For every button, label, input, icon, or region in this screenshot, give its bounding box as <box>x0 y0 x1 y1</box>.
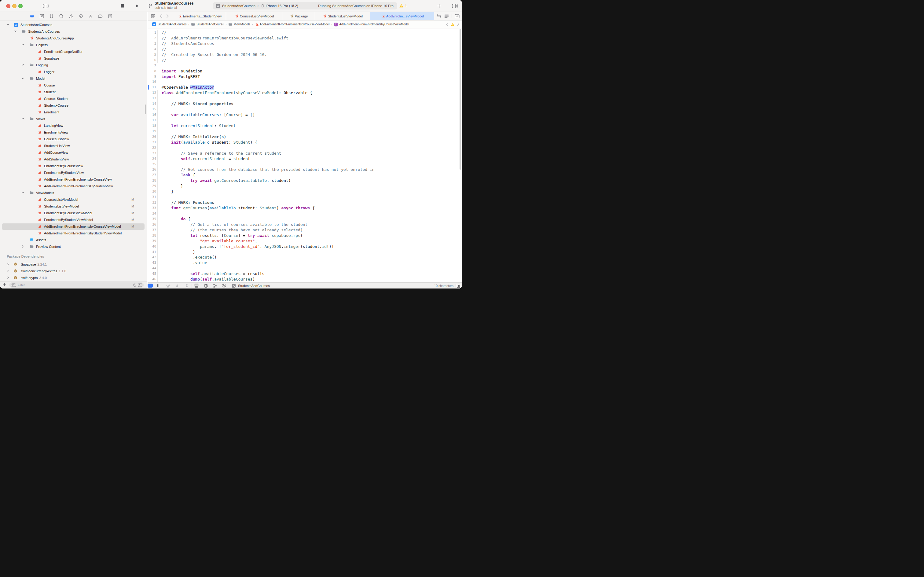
line-number[interactable]: 20 <box>148 134 156 140</box>
tree-item-studentsandcourses[interactable]: StudentsAndCourses <box>2 22 145 28</box>
tree-item-enrollmentchangenotifier[interactable]: EnrollmentChangeNotifier <box>2 48 145 55</box>
tree-item-student[interactable]: Student <box>2 89 145 95</box>
add-tab-button[interactable] <box>437 0 441 11</box>
chevron-right-icon[interactable] <box>7 276 10 279</box>
chevron-down-icon[interactable] <box>21 191 24 194</box>
line-number[interactable]: 8 <box>148 68 156 74</box>
zoom-window-button[interactable] <box>18 4 23 8</box>
line-number[interactable]: 27 <box>148 172 156 178</box>
breadcrumb-item[interactable]: CAddEnrolmentFromEnrolmentsbyCourseViewM… <box>334 22 409 27</box>
scheme-target[interactable]: StudentsAndCourses <box>222 4 256 8</box>
line-number[interactable]: 24 <box>148 156 156 162</box>
line-number[interactable]: 38 <box>148 233 156 239</box>
filter-field[interactable]: Filter <box>9 282 144 288</box>
tree-item-supabase[interactable]: Supabase <box>2 55 145 62</box>
line-number[interactable]: 9 <box>148 74 156 79</box>
reports-navigator-icon[interactable] <box>108 13 113 19</box>
tree-item-logger[interactable]: Logger <box>2 69 145 75</box>
source-control-navigator-icon[interactable] <box>39 13 44 19</box>
line-number[interactable]: 5 <box>148 52 156 58</box>
tree-item-enrolmentsbystudentview[interactable]: EnrolmentsByStudentView <box>2 169 145 176</box>
forward-button[interactable] <box>166 12 169 20</box>
line-number[interactable]: 10 <box>148 79 156 85</box>
stop-button[interactable] <box>121 0 125 11</box>
adjust-editor-options-icon[interactable] <box>444 14 449 18</box>
thread-graph-icon[interactable] <box>213 283 217 288</box>
close-window-button[interactable] <box>6 4 10 8</box>
line-number[interactable]: 12 <box>148 90 156 96</box>
line-number[interactable]: 33 <box>148 205 156 211</box>
sidebar-scrollbar[interactable] <box>145 105 146 114</box>
tree-item-course[interactable]: Course <box>2 82 145 89</box>
line-number[interactable]: 23 <box>148 151 156 156</box>
breadcrumb-item[interactable]: ViewModels <box>228 22 250 26</box>
memory-graph-icon[interactable] <box>204 283 208 288</box>
line-number[interactable]: 35 <box>148 216 156 222</box>
line-number[interactable]: 26 <box>148 167 156 172</box>
scheme-destination[interactable]: iPhone 16 Pro (18.2) <box>266 4 298 8</box>
line-number[interactable]: 22 <box>148 145 156 151</box>
line-number[interactable]: 43 <box>148 260 156 266</box>
breadcrumb-item[interactable]: StudentsAndCourses <box>152 22 187 27</box>
filter-menu-icon[interactable] <box>11 283 16 287</box>
line-number[interactable]: 34 <box>148 211 156 216</box>
line-number[interactable]: 18 <box>148 123 156 129</box>
issue-warning-icon[interactable] <box>451 23 455 26</box>
tree-item-views[interactable]: Views <box>2 116 145 122</box>
tree-item-assets[interactable]: Assets <box>2 237 145 243</box>
pause-execution-icon[interactable] <box>157 283 159 288</box>
chevron-right-icon[interactable] <box>21 245 24 248</box>
find-navigator-icon[interactable] <box>59 13 64 19</box>
next-issue-icon[interactable] <box>457 23 460 26</box>
issues-navigator-icon[interactable] <box>68 13 74 19</box>
line-number[interactable]: 15 <box>148 106 156 112</box>
warning-count-badge[interactable]: 1 <box>399 0 407 11</box>
line-number[interactable]: 1 <box>148 30 156 35</box>
package-item-swift-concurrency-extras[interactable]: swift-concurrency-extras1.1.0 <box>2 268 145 274</box>
tree-item-landingview[interactable]: LandingView <box>2 122 145 129</box>
breadcrumb-item[interactable]: StudentsAndCourse <box>191 22 224 26</box>
tree-item-enrolmentsbycourseview[interactable]: EnrolmentsByCourseView <box>2 163 145 169</box>
code-review-icon[interactable] <box>436 14 441 18</box>
tab-studentslistviewmodel[interactable]: StudentsListViewModel <box>315 12 370 20</box>
tests-navigator-icon[interactable] <box>78 13 84 19</box>
source-control-filter-icon[interactable] <box>138 283 142 287</box>
chevron-right-icon[interactable] <box>7 263 10 266</box>
chevron-down-icon[interactable] <box>21 44 24 46</box>
line-number[interactable]: 17 <box>148 118 156 123</box>
minimize-window-button[interactable] <box>12 4 16 8</box>
line-number[interactable]: 37 <box>148 227 156 233</box>
line-number[interactable]: 36 <box>148 222 156 227</box>
recent-files-clock-icon[interactable] <box>133 283 137 287</box>
tree-item-courseslistview[interactable]: CoursesListView <box>2 136 145 142</box>
breadcrumb-item[interactable]: AddEnrolmentFromEnrolmentsbyCourseViewMo… <box>254 22 330 26</box>
tree-item-logging[interactable]: Logging <box>2 62 145 68</box>
line-number[interactable]: 21 <box>148 140 156 145</box>
line-number[interactable]: 14 <box>148 101 156 106</box>
toggle-debug-area-icon[interactable] <box>148 283 153 288</box>
step-over-icon[interactable] <box>165 283 171 288</box>
step-into-icon[interactable] <box>175 283 179 288</box>
run-button[interactable] <box>135 0 139 11</box>
tree-item-enrolmentsbycourseviewmodel[interactable]: EnrolmentsByCourseViewModelM <box>2 210 145 216</box>
tree-item-viewmodels[interactable]: ViewModels <box>2 190 145 196</box>
tree-item-addenrolmentfromenrolmentsbycourseviewmodel[interactable]: AddEnrolmentFromEnrolmentsbyCourseViewMo… <box>2 223 145 230</box>
line-number[interactable]: 39 <box>148 239 156 244</box>
tree-item-addstudentview[interactable]: AddStudentView <box>2 156 145 163</box>
line-number[interactable]: 13 <box>148 96 156 101</box>
tree-item-studentslistviewmodel[interactable]: StudentsListViewModelM <box>2 203 145 210</box>
chevron-down-icon[interactable] <box>14 30 17 33</box>
line-number[interactable]: 41 <box>148 249 156 255</box>
debug-navigator-icon[interactable] <box>88 13 93 19</box>
source-editor[interactable]: 1//2// AddEnrolmentFromEnrolmentsbyCours… <box>148 28 462 283</box>
line-number[interactable]: 7 <box>148 63 156 68</box>
line-number[interactable]: 19 <box>148 129 156 134</box>
view-debugger-icon[interactable] <box>194 283 199 288</box>
add-item-button[interactable] <box>2 283 6 287</box>
toggle-left-sidebar-icon[interactable] <box>42 0 48 11</box>
package-item-supabase[interactable]: Supabase2.24.1 <box>2 261 145 268</box>
breakpoints-navigator-icon[interactable] <box>98 13 103 19</box>
tree-item-helpers[interactable]: Helpers <box>2 42 145 48</box>
line-number[interactable]: 3 <box>148 41 156 47</box>
chevron-right-icon[interactable] <box>7 269 10 272</box>
